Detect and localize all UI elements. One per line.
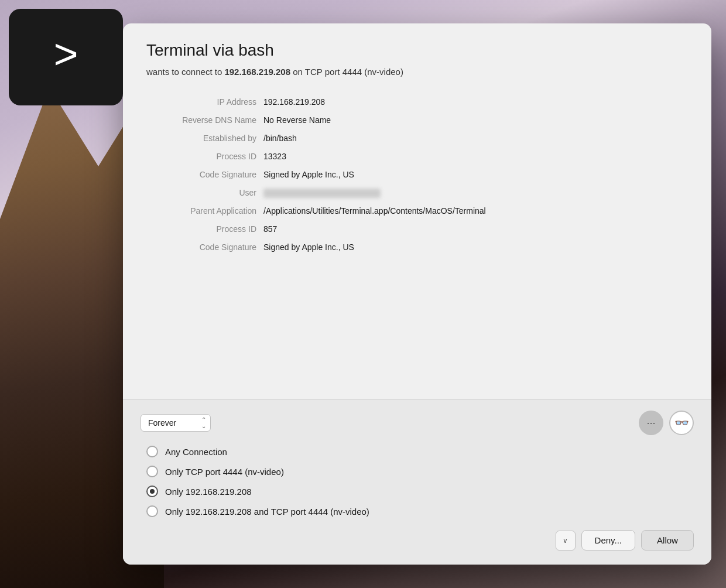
deny-button[interactable]: Deny... — [581, 530, 635, 551]
radio-option-port[interactable]: Only TCP port 4444 (nv-video) — [146, 466, 694, 477]
info-label: Process ID — [146, 220, 263, 238]
radio-dot — [150, 489, 155, 494]
info-value: /bin/bash — [263, 129, 688, 148]
radio-circle — [146, 486, 158, 497]
terminal-icon-prompt: > — [53, 36, 78, 78]
radio-option-any[interactable]: Any Connection — [146, 446, 694, 457]
table-row: User — [146, 184, 688, 202]
radio-label: Only 192.168.219.208 — [165, 487, 252, 497]
glasses-icon: 👓 — [674, 416, 689, 430]
dialog-title: Terminal via bash — [146, 41, 688, 60]
radio-circle — [146, 466, 158, 477]
radio-label: Only TCP port 4444 (nv-video) — [165, 467, 284, 477]
user-value-redacted — [263, 189, 381, 198]
dialog-content-upper: Terminal via bash wants to connect to 19… — [123, 23, 711, 399]
radio-label: Only 192.168.219.208 and TCP port 4444 (… — [165, 507, 369, 517]
info-value — [263, 184, 688, 202]
subtitle-suffix: on TCP port 4444 (nv-video) — [290, 67, 403, 77]
subtitle-prefix: wants to connect to — [146, 67, 224, 77]
firewall-dialog: Terminal via bash wants to connect to 19… — [123, 23, 711, 565]
controls-row: Once Until Quit Forever ··· 👓 — [141, 411, 694, 435]
table-row: Established by/bin/bash — [146, 129, 688, 148]
expand-button[interactable]: ∨ — [556, 531, 576, 551]
info-value: Signed by Apple Inc., US — [263, 166, 688, 184]
action-button-row: ∨ Deny... Allow — [141, 530, 694, 551]
radio-option-ip[interactable]: Only 192.168.219.208 — [146, 486, 694, 497]
table-row: Parent Application/Applications/Utilitie… — [146, 202, 688, 220]
info-value: /Applications/Utilities/Terminal.app/Con… — [263, 202, 688, 220]
table-row: Process ID857 — [146, 220, 688, 238]
info-label: User — [146, 184, 263, 202]
more-options-button[interactable]: ··· — [639, 411, 663, 435]
terminal-app-icon: > — [9, 9, 123, 105]
info-label: Code Signature — [146, 238, 263, 257]
subtitle-ip: 192.168.219.208 — [224, 67, 290, 77]
duration-select[interactable]: Once Until Quit Forever — [141, 414, 211, 432]
info-label: Reverse DNS Name — [146, 111, 263, 129]
connection-info-table: IP Address192.168.219.208Reverse DNS Nam… — [146, 93, 688, 257]
info-label: Process ID — [146, 148, 263, 166]
info-value: Signed by Apple Inc., US — [263, 238, 688, 257]
more-icon: ··· — [646, 417, 655, 429]
table-row: Process ID13323 — [146, 148, 688, 166]
table-row: IP Address192.168.219.208 — [146, 93, 688, 111]
table-row: Code SignatureSigned by Apple Inc., US — [146, 166, 688, 184]
radio-circle — [146, 446, 158, 457]
info-label: Code Signature — [146, 166, 263, 184]
table-row: Reverse DNS NameNo Reverse Name — [146, 111, 688, 129]
dialog-subtitle: wants to connect to 192.168.219.208 on T… — [146, 67, 688, 77]
info-value: No Reverse Name — [263, 111, 688, 129]
chevron-down-icon: ∨ — [563, 536, 568, 545]
allow-button[interactable]: Allow — [641, 530, 694, 551]
info-label: Established by — [146, 129, 263, 148]
info-value: 13323 — [263, 148, 688, 166]
glasses-button[interactable]: 👓 — [669, 411, 694, 435]
info-value: 192.168.219.208 — [263, 93, 688, 111]
radio-label: Any Connection — [165, 447, 227, 457]
duration-select-wrapper[interactable]: Once Until Quit Forever — [141, 414, 211, 432]
info-value: 857 — [263, 220, 688, 238]
info-label: Parent Application — [146, 202, 263, 220]
table-row: Code SignatureSigned by Apple Inc., US — [146, 238, 688, 257]
dialog-content-lower: Once Until Quit Forever ··· 👓 Any Connec… — [123, 399, 711, 565]
connection-radio-group: Any ConnectionOnly TCP port 4444 (nv-vid… — [141, 446, 694, 517]
info-label: IP Address — [146, 93, 263, 111]
radio-circle — [146, 505, 158, 517]
radio-option-ip-port[interactable]: Only 192.168.219.208 and TCP port 4444 (… — [146, 505, 694, 517]
